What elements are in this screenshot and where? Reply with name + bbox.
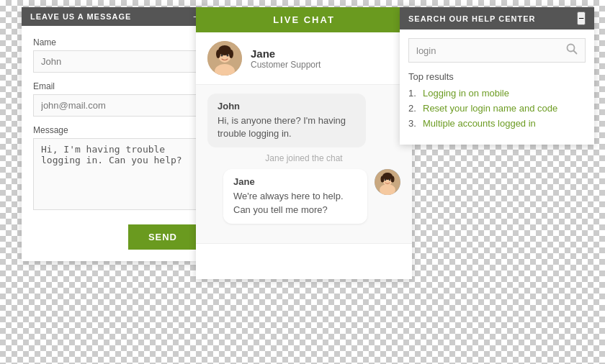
- result-item-3: 3. Multiple accounts logged in: [408, 118, 586, 129]
- agent-name: Jane: [251, 47, 321, 60]
- agent-info: Jane Customer Support: [196, 32, 412, 85]
- result-num-2: 2.: [408, 103, 423, 114]
- svg-line-18: [574, 51, 577, 54]
- agent-avatar-large: [207, 41, 242, 76]
- search-icon-button[interactable]: [566, 43, 578, 58]
- result-link-2[interactable]: Reset your login name and code: [423, 103, 557, 114]
- name-input[interactable]: [33, 50, 197, 73]
- top-results-title: Top results: [408, 71, 586, 82]
- chat-input[interactable]: [202, 251, 406, 262]
- leave-panel-header: LEAVE US A MESSAGE −: [22, 7, 209, 26]
- results-list: 1. Logging in on mobile 2. Reset your lo…: [408, 88, 586, 129]
- chat-messages: John Hi, is anyone there? I'm having tro…: [196, 85, 412, 243]
- top-results: Top results 1. Logging in on mobile 2. R…: [400, 71, 594, 145]
- search-panel-minimize[interactable]: −: [577, 12, 586, 25]
- search-input[interactable]: [416, 45, 566, 56]
- leave-panel-title: LEAVE US A MESSAGE: [30, 12, 131, 21]
- chat-input-area[interactable]: [196, 243, 412, 279]
- search-panel-title: SEARCH OUR HELP CENTER: [408, 14, 535, 23]
- message-label: Message: [33, 125, 197, 135]
- svg-point-12: [381, 176, 385, 183]
- search-panel: SEARCH OUR HELP CENTER − Top results 1. …: [400, 7, 594, 145]
- john-sender-label: John: [218, 101, 356, 112]
- search-panel-header: SEARCH OUR HELP CENTER −: [400, 7, 594, 29]
- result-num-3: 3.: [408, 118, 423, 129]
- jane-chat-avatar: [375, 169, 400, 195]
- leave-message-panel: LEAVE US A MESSAGE − Name Email Message …: [22, 7, 209, 261]
- email-label: Email: [33, 81, 197, 91]
- message-bubble-jane: Jane We're always here to help. Can you …: [223, 169, 367, 223]
- message-bubble-john: John Hi, is anyone there? I'm having tro…: [207, 94, 366, 147]
- live-chat-header: LIVE CHAT: [196, 7, 412, 32]
- live-chat-panel: LIVE CHAT Jane Customer Support: [196, 7, 412, 279]
- search-icon: [566, 43, 578, 55]
- svg-point-15: [385, 179, 386, 181]
- agent-details: Jane Customer Support: [251, 47, 321, 70]
- john-message-text: Hi, is anyone there? I'm having trouble …: [218, 114, 356, 140]
- send-button[interactable]: SEND: [128, 224, 197, 250]
- leave-form: Name Email Message Hi, I'm having troubl…: [22, 26, 209, 261]
- svg-point-8: [227, 55, 229, 57]
- jane-message-text: We're always here to help. Can you tell …: [233, 190, 357, 216]
- search-input-wrap: [408, 38, 586, 63]
- email-input[interactable]: [33, 94, 197, 117]
- jane-sender-label: Jane: [233, 176, 357, 187]
- jane-message-row: Jane We're always here to help. Can you …: [207, 169, 400, 223]
- message-input[interactable]: Hi, I'm having trouble logging in. Can y…: [33, 138, 197, 210]
- svg-point-7: [221, 55, 223, 57]
- result-link-3[interactable]: Multiple accounts logged in: [423, 118, 536, 129]
- svg-point-13: [391, 176, 395, 183]
- svg-point-6: [229, 50, 233, 58]
- agent-role: Customer Support: [251, 60, 321, 70]
- result-link-1[interactable]: Logging in on mobile: [423, 88, 509, 99]
- system-message: Jane joined the chat: [207, 153, 400, 163]
- svg-point-5: [216, 50, 220, 58]
- result-item-1: 1. Logging in on mobile: [408, 88, 586, 99]
- result-num-1: 1.: [408, 88, 423, 99]
- result-item-2: 2. Reset your login name and code: [408, 103, 586, 114]
- name-label: Name: [33, 37, 197, 47]
- svg-point-16: [389, 179, 390, 181]
